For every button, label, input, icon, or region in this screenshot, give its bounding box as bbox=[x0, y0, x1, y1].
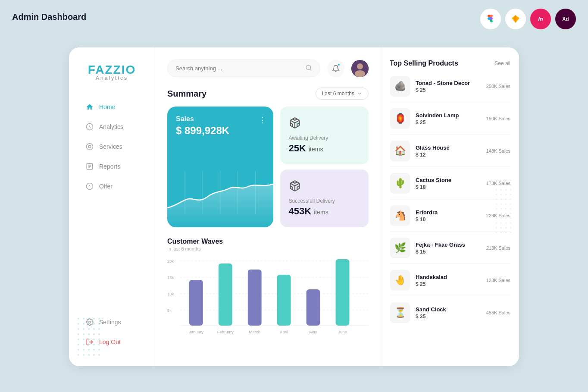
notification-dot bbox=[338, 63, 340, 66]
summary-title: Summary bbox=[167, 89, 206, 99]
right-panel-header: Top Selling Products See all bbox=[390, 60, 510, 67]
product-price: $ 10 bbox=[416, 216, 481, 223]
reports-icon bbox=[85, 162, 94, 171]
product-price: $ 25 bbox=[416, 281, 481, 287]
sidebar-item-services-label: Services bbox=[99, 143, 122, 150]
product-item: 🌵 Cactus Stone $ 18 173K Sales bbox=[390, 173, 510, 199]
product-sales: 250K Sales bbox=[486, 84, 510, 89]
see-all-link[interactable]: See all bbox=[494, 60, 510, 66]
product-list: 🪨 Tonad - Stone Decor $ 25 250K Sales 🏮 … bbox=[390, 76, 510, 328]
settings-label: Settings bbox=[99, 319, 121, 326]
sidebar-item-analytics-label: Analytics bbox=[99, 123, 123, 130]
product-item: 🏮 Solvinden Lamp $ 25 150K Sales bbox=[390, 108, 510, 135]
success-delivery-value: 453K items bbox=[289, 206, 360, 217]
offer-icon bbox=[85, 182, 94, 191]
svg-rect-38 bbox=[248, 270, 262, 326]
figma-icon[interactable] bbox=[480, 9, 501, 29]
filter-button[interactable]: Last 6 months bbox=[316, 88, 369, 100]
avatar[interactable] bbox=[351, 60, 369, 77]
logo-area: FAZZIO Analytics bbox=[79, 63, 144, 81]
search-icon bbox=[305, 64, 312, 72]
product-image: 🌿 bbox=[390, 238, 410, 258]
svg-text:5k: 5k bbox=[167, 308, 172, 313]
notification-bell[interactable] bbox=[327, 60, 344, 77]
home-icon bbox=[85, 103, 94, 111]
product-info: Handskalad $ 25 bbox=[416, 274, 481, 287]
sidebar-item-reports[interactable]: Reports bbox=[79, 158, 144, 175]
product-item: ⏳ Sand Clock $ 35 455K Sales bbox=[390, 302, 510, 328]
filter-label: Last 6 months bbox=[322, 91, 354, 97]
svg-text:March: March bbox=[249, 330, 260, 334]
analytics-icon bbox=[85, 122, 94, 131]
logout-label: Log Out bbox=[99, 339, 121, 345]
product-price: $ 25 bbox=[416, 87, 481, 93]
services-icon bbox=[85, 142, 94, 151]
product-image: 🏠 bbox=[390, 141, 410, 161]
search-input[interactable] bbox=[175, 65, 302, 72]
svg-point-6 bbox=[88, 145, 91, 148]
product-name: Glass House bbox=[416, 144, 481, 151]
svg-text:15k: 15k bbox=[167, 276, 174, 280]
success-delivery-label: Successfull Delivery bbox=[289, 198, 360, 204]
sidebar-item-reports-label: Reports bbox=[99, 163, 120, 170]
product-name: Solvinden Lamp bbox=[416, 112, 481, 119]
sketch-icon[interactable] bbox=[505, 9, 526, 29]
svg-line-15 bbox=[310, 69, 311, 70]
svg-rect-36 bbox=[189, 280, 203, 326]
product-price: $ 15 bbox=[416, 249, 481, 255]
product-info: Erfordra $ 10 bbox=[416, 209, 481, 223]
chart-section: Customer Waves In last 6 months 20k 15k … bbox=[167, 238, 369, 359]
summary-header: Summary Last 6 months bbox=[167, 88, 369, 100]
main-card: FAZZIO Analytics Home Analytics Servi bbox=[69, 47, 519, 366]
svg-text:May: May bbox=[310, 330, 317, 334]
product-item: 🐴 Erfordra $ 10 229K Sales bbox=[390, 205, 510, 232]
svg-text:June: June bbox=[338, 330, 347, 334]
top-products-title: Top Selling Products bbox=[390, 60, 458, 67]
product-info: Solvinden Lamp $ 25 bbox=[416, 112, 481, 125]
svg-text:February: February bbox=[217, 330, 234, 334]
product-image: ⏳ bbox=[390, 302, 410, 323]
right-dots-decoration bbox=[496, 179, 513, 234]
product-item: 🤚 Handskalad $ 25 123K Sales bbox=[390, 270, 510, 296]
product-name: Fejka - Fkae Grass bbox=[416, 241, 481, 248]
product-price: $ 18 bbox=[416, 184, 481, 190]
page-title: Admin Dashboard bbox=[12, 12, 86, 22]
product-sales: 455K Sales bbox=[486, 310, 510, 315]
product-name: Handskalad bbox=[416, 274, 481, 280]
main-content: Summary Last 6 months Sales $ 899,928K ⋮ bbox=[155, 47, 381, 366]
sidebar-item-services[interactable]: Services bbox=[79, 138, 144, 155]
awaiting-delivery-icon bbox=[289, 117, 360, 132]
svg-point-18 bbox=[355, 70, 365, 77]
product-info: Fejka - Fkae Grass $ 15 bbox=[416, 241, 481, 255]
svg-rect-39 bbox=[277, 275, 291, 326]
product-name: Tonad - Stone Decor bbox=[416, 80, 481, 86]
product-sales: 123K Sales bbox=[486, 278, 510, 283]
sidebar-item-home-label: Home bbox=[99, 103, 115, 110]
sales-label: Sales bbox=[176, 115, 265, 123]
search-bar[interactable] bbox=[167, 60, 320, 77]
nav-items: Home Analytics Services Reports bbox=[79, 98, 144, 314]
invision-icon[interactable]: In bbox=[530, 9, 551, 29]
awaiting-delivery-value: 25K items bbox=[289, 143, 360, 154]
sidebar-item-analytics[interactable]: Analytics bbox=[79, 118, 144, 135]
sales-card: Sales $ 899,928K ⋮ bbox=[167, 107, 273, 227]
product-image: 🤚 bbox=[390, 270, 410, 291]
top-bar bbox=[167, 60, 369, 77]
product-item: 🏠 Glass House $ 12 148K Sales bbox=[390, 141, 510, 167]
product-info: Glass House $ 12 bbox=[416, 144, 481, 158]
product-info: Cactus Stone $ 18 bbox=[416, 177, 481, 190]
awaiting-delivery-label: Awaiting Delivery bbox=[289, 135, 360, 141]
svg-point-17 bbox=[357, 63, 363, 69]
more-options-icon[interactable]: ⋮ bbox=[259, 115, 266, 125]
product-sales: 213K Sales bbox=[486, 245, 510, 251]
product-image: 🏮 bbox=[390, 108, 410, 129]
product-item: 🪨 Tonad - Stone Decor $ 25 250K Sales bbox=[390, 76, 510, 102]
sidebar-item-offer[interactable]: Offer bbox=[79, 178, 144, 195]
product-sales: 150K Sales bbox=[486, 116, 510, 121]
sidebar-item-home[interactable]: Home bbox=[79, 98, 144, 116]
awaiting-delivery-card: Awaiting Delivery 25K items bbox=[280, 107, 369, 164]
svg-rect-40 bbox=[307, 289, 320, 326]
xd-icon[interactable]: Xd bbox=[555, 9, 576, 29]
product-name: Cactus Stone bbox=[416, 177, 481, 183]
product-image: 🌵 bbox=[390, 173, 410, 194]
